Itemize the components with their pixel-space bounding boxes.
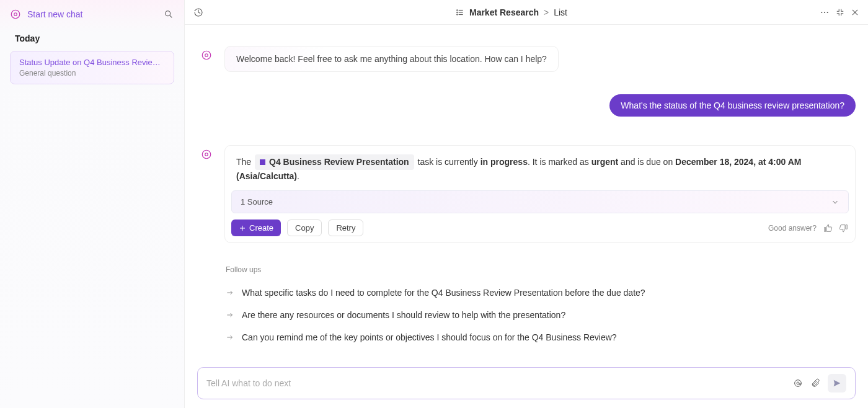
arrow-right-icon	[226, 288, 234, 297]
sidebar-header: Start new chat	[0, 0, 184, 29]
breadcrumb: Market Research > List	[211, 7, 812, 17]
breadcrumb-leaf[interactable]: List	[554, 7, 567, 17]
source-count: 1 Source	[241, 197, 273, 206]
breadcrumb-root[interactable]: Market Research	[469, 7, 539, 17]
svg-point-11	[827, 11, 828, 12]
welcome-message: Welcome back! Feel free to ask me anythi…	[224, 46, 559, 72]
followup-text: Can you remind me of the key points or o…	[242, 332, 617, 342]
svg-point-8	[457, 14, 458, 14]
svg-point-14	[205, 54, 208, 57]
conversation-area: Welcome back! Feel free to ask me anythi…	[185, 25, 868, 360]
attachment-icon[interactable]	[810, 378, 820, 388]
answer-status-inprogress: in progress	[480, 157, 528, 167]
answer-mid2: . It is marked as	[528, 157, 589, 167]
close-icon[interactable]	[851, 8, 859, 17]
create-label: Create	[249, 223, 273, 233]
breadcrumb-separator: >	[544, 7, 549, 17]
history-icon[interactable]	[193, 7, 203, 17]
chevron-down-icon	[831, 198, 839, 206]
chat-item-subtitle: General question	[19, 69, 165, 78]
composer	[185, 360, 868, 408]
ai-logo-icon	[10, 9, 21, 20]
thumbs-down-icon[interactable]	[839, 223, 849, 233]
send-button[interactable]	[828, 374, 846, 392]
followup-item[interactable]: Are there any resources or documents I s…	[226, 304, 856, 326]
create-button[interactable]: Create	[231, 220, 281, 236]
feedback-label: Good answer?	[768, 224, 817, 233]
list-icon	[456, 8, 464, 17]
task-status-square-icon	[260, 159, 265, 165]
svg-point-21	[795, 380, 802, 387]
today-section-label: Today	[0, 29, 184, 48]
assistant-message: Welcome back! Feel free to ask me anythi…	[197, 46, 856, 72]
followup-text: What specific tasks do I need to complet…	[242, 288, 645, 298]
copy-button[interactable]: Copy	[287, 220, 322, 236]
svg-line-2	[170, 16, 172, 17]
followup-text: Are there any resources or documents I s…	[242, 310, 565, 320]
plus-icon	[239, 224, 246, 232]
svg-point-0	[14, 13, 17, 16]
collapse-icon[interactable]	[836, 8, 844, 17]
chat-item-title: Status Update on Q4 Business Review P...	[19, 58, 165, 67]
task-chip-label: Q4 Business Review Presentation	[269, 156, 409, 169]
answer-card: The Q4 Business Review Presentation task…	[224, 145, 856, 243]
answer-status-urgent: urgent	[591, 157, 619, 167]
retry-button[interactable]: Retry	[328, 220, 363, 236]
svg-point-7	[457, 12, 458, 12]
user-message-row: What's the status of the Q4 business rev…	[197, 94, 856, 117]
mention-icon[interactable]	[793, 378, 803, 388]
followup-item[interactable]: What specific tasks do I need to complet…	[226, 282, 856, 304]
answer-pre: The	[236, 157, 251, 167]
user-message: What's the status of the Q4 business rev…	[609, 94, 856, 117]
arrow-right-icon	[226, 333, 234, 342]
svg-point-10	[824, 11, 825, 12]
composer-input[interactable]	[206, 378, 786, 388]
start-new-chat-button[interactable]: Start new chat	[27, 9, 157, 19]
composer-box[interactable]	[197, 367, 856, 399]
task-chip[interactable]: Q4 Business Review Presentation	[255, 154, 414, 170]
svg-point-6	[457, 9, 458, 10]
assistant-avatar	[197, 46, 216, 72]
thumbs-up-icon[interactable]	[823, 223, 833, 233]
answer-mid1: task is currently	[418, 157, 478, 167]
answer-tail: .	[297, 171, 299, 181]
answer-text: The Q4 Business Review Presentation task…	[225, 146, 855, 190]
svg-point-15	[205, 153, 208, 156]
source-toggle[interactable]: 1 Source	[231, 190, 849, 213]
main-panel: Market Research > List Welcome back! Fee…	[185, 0, 868, 408]
svg-point-1	[166, 11, 170, 16]
followups-label: Follow ups	[226, 265, 856, 274]
assistant-avatar	[197, 145, 216, 243]
topbar-actions	[820, 7, 859, 17]
sidebar: Start new chat Today Status Update on Q4…	[0, 0, 185, 408]
svg-point-9	[821, 11, 822, 12]
chat-history-item[interactable]: Status Update on Q4 Business Review P...…	[10, 51, 174, 84]
topbar: Market Research > List	[185, 0, 868, 25]
more-icon[interactable]	[820, 7, 830, 17]
assistant-answer-row: The Q4 Business Review Presentation task…	[197, 145, 856, 243]
search-icon[interactable]	[163, 9, 174, 20]
answer-actions: Create Copy Retry Good answer?	[225, 213, 855, 242]
followup-item[interactable]: Can you remind me of the key points or o…	[226, 326, 856, 348]
svg-point-22	[797, 382, 799, 384]
arrow-right-icon	[226, 311, 234, 319]
answer-mid3: and is due on	[621, 157, 673, 167]
